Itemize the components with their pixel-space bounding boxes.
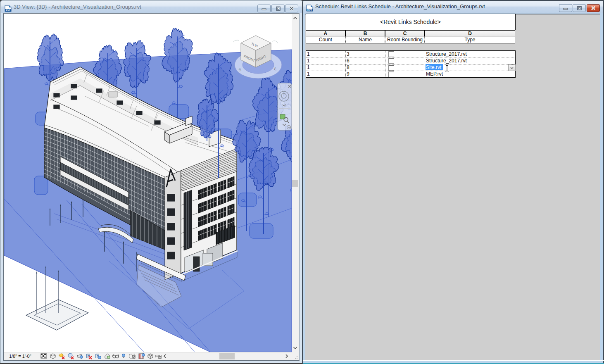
svg-text:RVT: RVT bbox=[307, 9, 312, 11]
svg-text:1/8" = 1'-0": 1/8" = 1'-0" bbox=[9, 354, 31, 359]
svg-text:RVT: RVT bbox=[6, 9, 11, 12]
